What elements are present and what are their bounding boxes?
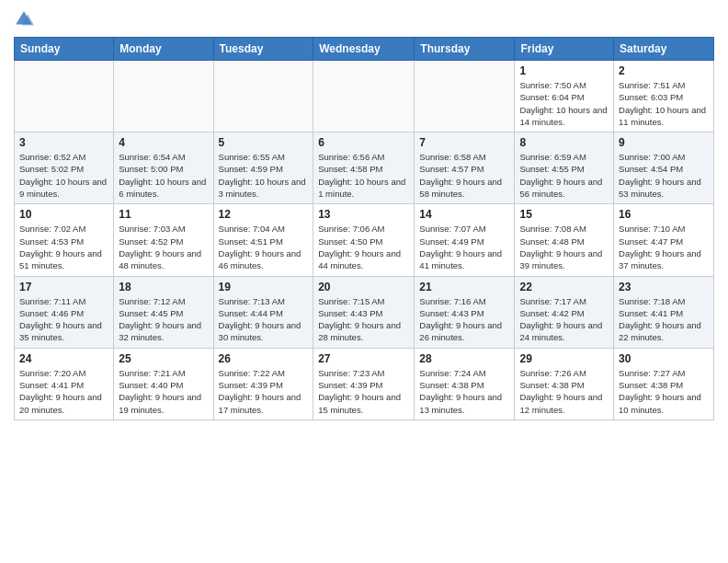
calendar-cell <box>114 61 213 132</box>
day-number: 13 <box>318 208 409 221</box>
day-info: Sunrise: 6:52 AM Sunset: 5:02 PM Dayligh… <box>19 151 108 200</box>
calendar-cell: 17Sunrise: 7:11 AM Sunset: 4:46 PM Dayli… <box>15 276 114 348</box>
weekday-header: Sunday <box>15 38 114 61</box>
calendar-week-row: 3Sunrise: 6:52 AM Sunset: 5:02 PM Daylig… <box>15 132 714 204</box>
calendar: SundayMondayTuesdayWednesdayThursdayFrid… <box>14 37 714 420</box>
day-number: 21 <box>419 281 509 293</box>
calendar-week-row: 17Sunrise: 7:11 AM Sunset: 4:46 PM Dayli… <box>15 276 714 348</box>
day-number: 20 <box>318 281 409 293</box>
calendar-cell: 23Sunrise: 7:18 AM Sunset: 4:41 PM Dayli… <box>614 276 714 348</box>
calendar-cell: 14Sunrise: 7:07 AM Sunset: 4:49 PM Dayli… <box>415 204 515 276</box>
day-number: 29 <box>519 352 609 365</box>
day-number: 28 <box>419 352 509 365</box>
day-info: Sunrise: 7:10 AM Sunset: 4:47 PM Dayligh… <box>619 223 709 271</box>
calendar-cell: 13Sunrise: 7:06 AM Sunset: 4:50 PM Dayli… <box>313 204 415 276</box>
calendar-cell <box>15 61 114 132</box>
calendar-cell: 28Sunrise: 7:24 AM Sunset: 4:38 PM Dayli… <box>415 348 515 419</box>
day-number: 2 <box>619 64 709 77</box>
day-number: 7 <box>419 136 509 149</box>
day-number: 27 <box>318 352 409 365</box>
day-number: 18 <box>119 281 208 293</box>
calendar-cell: 12Sunrise: 7:04 AM Sunset: 4:51 PM Dayli… <box>213 204 313 276</box>
page: SundayMondayTuesdayWednesdayThursdayFrid… <box>0 0 728 563</box>
day-info: Sunrise: 6:55 AM Sunset: 4:59 PM Dayligh… <box>219 151 309 200</box>
day-info: Sunrise: 6:59 AM Sunset: 4:55 PM Dayligh… <box>519 151 609 200</box>
day-info: Sunrise: 6:56 AM Sunset: 4:58 PM Dayligh… <box>318 151 409 200</box>
day-number: 8 <box>519 136 609 149</box>
day-info: Sunrise: 7:02 AM Sunset: 4:53 PM Dayligh… <box>19 223 108 271</box>
calendar-cell: 6Sunrise: 6:56 AM Sunset: 4:58 PM Daylig… <box>313 132 415 204</box>
day-info: Sunrise: 7:07 AM Sunset: 4:49 PM Dayligh… <box>419 223 509 271</box>
header <box>14 9 714 29</box>
day-number: 1 <box>519 64 609 77</box>
day-number: 25 <box>119 352 208 365</box>
day-info: Sunrise: 7:00 AM Sunset: 4:54 PM Dayligh… <box>619 151 709 200</box>
weekday-header: Tuesday <box>213 38 313 61</box>
calendar-cell: 11Sunrise: 7:03 AM Sunset: 4:52 PM Dayli… <box>114 204 213 276</box>
calendar-cell: 20Sunrise: 7:15 AM Sunset: 4:43 PM Dayli… <box>313 276 415 348</box>
weekday-header: Friday <box>515 38 614 61</box>
day-info: Sunrise: 7:11 AM Sunset: 4:46 PM Dayligh… <box>19 295 108 344</box>
day-info: Sunrise: 7:15 AM Sunset: 4:43 PM Dayligh… <box>318 295 409 344</box>
day-info: Sunrise: 7:03 AM Sunset: 4:52 PM Dayligh… <box>119 223 208 271</box>
calendar-cell: 16Sunrise: 7:10 AM Sunset: 4:47 PM Dayli… <box>614 204 714 276</box>
calendar-cell <box>313 61 415 132</box>
calendar-cell: 9Sunrise: 7:00 AM Sunset: 4:54 PM Daylig… <box>614 132 714 204</box>
day-info: Sunrise: 7:51 AM Sunset: 6:03 PM Dayligh… <box>619 79 709 128</box>
logo <box>14 9 36 29</box>
day-number: 4 <box>119 136 208 149</box>
day-info: Sunrise: 7:23 AM Sunset: 4:39 PM Dayligh… <box>318 367 409 416</box>
day-info: Sunrise: 7:26 AM Sunset: 4:38 PM Dayligh… <box>519 367 609 416</box>
day-info: Sunrise: 6:54 AM Sunset: 5:00 PM Dayligh… <box>119 151 208 200</box>
calendar-cell: 27Sunrise: 7:23 AM Sunset: 4:39 PM Dayli… <box>313 348 415 419</box>
day-number: 26 <box>219 352 309 365</box>
day-info: Sunrise: 7:50 AM Sunset: 6:04 PM Dayligh… <box>519 79 609 128</box>
calendar-cell: 29Sunrise: 7:26 AM Sunset: 4:38 PM Dayli… <box>515 348 614 419</box>
weekday-header: Saturday <box>614 38 714 61</box>
day-info: Sunrise: 7:17 AM Sunset: 4:42 PM Dayligh… <box>519 295 609 344</box>
calendar-cell <box>415 61 515 132</box>
calendar-cell: 2Sunrise: 7:51 AM Sunset: 6:03 PM Daylig… <box>614 61 714 132</box>
calendar-cell: 30Sunrise: 7:27 AM Sunset: 4:38 PM Dayli… <box>614 348 714 419</box>
day-info: Sunrise: 7:18 AM Sunset: 4:41 PM Dayligh… <box>619 295 709 344</box>
weekday-header: Wednesday <box>313 38 415 61</box>
calendar-cell <box>213 61 313 132</box>
day-number: 5 <box>219 136 309 149</box>
day-number: 24 <box>19 352 108 365</box>
calendar-cell: 25Sunrise: 7:21 AM Sunset: 4:40 PM Dayli… <box>114 348 213 419</box>
day-number: 16 <box>619 208 709 221</box>
day-info: Sunrise: 7:08 AM Sunset: 4:48 PM Dayligh… <box>519 223 609 271</box>
calendar-cell: 1Sunrise: 7:50 AM Sunset: 6:04 PM Daylig… <box>515 61 614 132</box>
day-info: Sunrise: 7:04 AM Sunset: 4:51 PM Dayligh… <box>219 223 309 271</box>
calendar-week-row: 10Sunrise: 7:02 AM Sunset: 4:53 PM Dayli… <box>15 204 714 276</box>
calendar-cell: 18Sunrise: 7:12 AM Sunset: 4:45 PM Dayli… <box>114 276 213 348</box>
day-number: 11 <box>119 208 208 221</box>
day-number: 3 <box>19 136 108 149</box>
calendar-week-row: 24Sunrise: 7:20 AM Sunset: 4:41 PM Dayli… <box>15 348 714 419</box>
day-info: Sunrise: 7:13 AM Sunset: 4:44 PM Dayligh… <box>219 295 309 344</box>
calendar-week-row: 1Sunrise: 7:50 AM Sunset: 6:04 PM Daylig… <box>15 61 714 132</box>
calendar-cell: 7Sunrise: 6:58 AM Sunset: 4:57 PM Daylig… <box>415 132 515 204</box>
day-info: Sunrise: 7:27 AM Sunset: 4:38 PM Dayligh… <box>619 367 709 416</box>
day-info: Sunrise: 7:24 AM Sunset: 4:38 PM Dayligh… <box>419 367 509 416</box>
calendar-cell: 26Sunrise: 7:22 AM Sunset: 4:39 PM Dayli… <box>213 348 313 419</box>
day-info: Sunrise: 7:22 AM Sunset: 4:39 PM Dayligh… <box>219 367 309 416</box>
day-info: Sunrise: 7:12 AM Sunset: 4:45 PM Dayligh… <box>119 295 208 344</box>
day-info: Sunrise: 7:20 AM Sunset: 4:41 PM Dayligh… <box>19 367 108 416</box>
calendar-cell: 3Sunrise: 6:52 AM Sunset: 5:02 PM Daylig… <box>15 132 114 204</box>
day-info: Sunrise: 7:21 AM Sunset: 4:40 PM Dayligh… <box>119 367 208 416</box>
calendar-cell: 8Sunrise: 6:59 AM Sunset: 4:55 PM Daylig… <box>515 132 614 204</box>
calendar-cell: 4Sunrise: 6:54 AM Sunset: 5:00 PM Daylig… <box>114 132 213 204</box>
calendar-cell: 22Sunrise: 7:17 AM Sunset: 4:42 PM Dayli… <box>515 276 614 348</box>
day-number: 12 <box>219 208 309 221</box>
calendar-cell: 21Sunrise: 7:16 AM Sunset: 4:43 PM Dayli… <box>415 276 515 348</box>
day-info: Sunrise: 7:16 AM Sunset: 4:43 PM Dayligh… <box>419 295 509 344</box>
calendar-cell: 19Sunrise: 7:13 AM Sunset: 4:44 PM Dayli… <box>213 276 313 348</box>
day-number: 15 <box>519 208 609 221</box>
day-number: 17 <box>19 281 108 293</box>
day-number: 30 <box>619 352 709 365</box>
calendar-cell: 24Sunrise: 7:20 AM Sunset: 4:41 PM Dayli… <box>15 348 114 419</box>
calendar-cell: 5Sunrise: 6:55 AM Sunset: 4:59 PM Daylig… <box>213 132 313 204</box>
day-number: 10 <box>19 208 108 221</box>
day-info: Sunrise: 6:58 AM Sunset: 4:57 PM Dayligh… <box>419 151 509 200</box>
